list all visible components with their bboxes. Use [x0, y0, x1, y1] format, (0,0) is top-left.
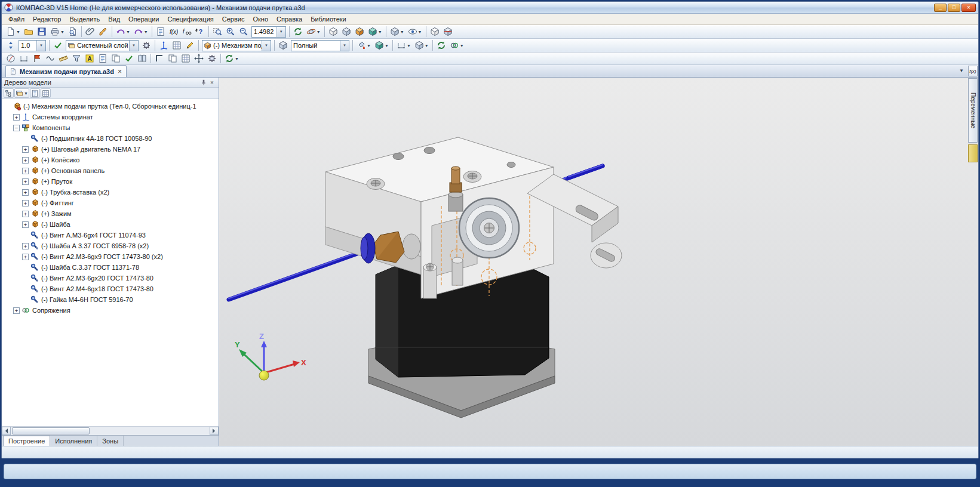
- reports-panel-button[interactable]: [110, 53, 122, 64]
- hidden-lines-mode-button[interactable]: [340, 26, 352, 38]
- expand-icon[interactable]: +: [22, 221, 29, 228]
- dropdown-arrow-icon[interactable]: ▼: [317, 30, 321, 34]
- specification-button[interactable]: [155, 26, 167, 38]
- section-display-button[interactable]: [442, 26, 454, 38]
- document-tab[interactable]: Механизм подачи прутка.a3d ×: [5, 65, 127, 77]
- shaded-mode-button[interactable]: [354, 26, 365, 38]
- menu-help[interactable]: Справка: [272, 14, 306, 24]
- tree-item[interactable]: (-) Подшипник 4А-18 ГОСТ 10058-90: [2, 133, 219, 144]
- copy-object-button[interactable]: [167, 53, 179, 64]
- tree-item[interactable]: +(+) Колёсико: [2, 155, 219, 165]
- menu-editor[interactable]: Редактор: [29, 14, 65, 24]
- measurements-panel-button[interactable]: [57, 53, 69, 64]
- tree-item[interactable]: (-) Винт А.М3-6gх4 ГОСТ 11074-93: [2, 230, 219, 241]
- dropdown-arrow-icon[interactable]: ▼: [385, 44, 389, 48]
- dropdown-arrow-icon[interactable]: ▼: [340, 41, 349, 51]
- dropdown-arrow-icon[interactable]: ▼: [407, 44, 411, 48]
- properties-tool-button[interactable]: [206, 53, 218, 64]
- menu-view[interactable]: Вид: [104, 14, 124, 24]
- shaded-with-edges-mode-button[interactable]: ▼: [367, 26, 383, 38]
- variables-button[interactable]: f(x): [168, 26, 180, 38]
- tree-item[interactable]: +(-) Шайба А 3.37 ГОСТ 6958-78 (x2): [2, 241, 219, 251]
- screw-head[interactable]: [463, 171, 481, 183]
- zoom-by-window-button[interactable]: [211, 26, 223, 38]
- current-step-combo[interactable]: 1.0▼: [19, 40, 46, 51]
- menu-operations[interactable]: Операции: [124, 14, 163, 24]
- layers-manager-button[interactable]: [140, 39, 152, 51]
- dropdown-arrow-icon[interactable]: ▼: [400, 30, 404, 34]
- open-document-button[interactable]: [23, 26, 35, 38]
- save-document-button[interactable]: [36, 26, 48, 38]
- zoom-out-button[interactable]: [238, 26, 250, 38]
- tree-item[interactable]: +(+) Зажим: [2, 208, 219, 219]
- bearing[interactable]: [459, 198, 519, 258]
- tree-item[interactable]: (-) Винт А2.М4-6gх18 ГОСТ 17473-80: [2, 283, 219, 294]
- left-fitting[interactable]: [361, 232, 420, 263]
- check-document-button[interactable]: [123, 53, 135, 64]
- tree-structure-view-button[interactable]: [4, 88, 14, 98]
- display-settings-button[interactable]: ▼: [355, 39, 372, 51]
- expand-icon[interactable]: +: [22, 254, 29, 260]
- geometry-panel-button[interactable]: [5, 53, 17, 64]
- redo-button[interactable]: ▼: [133, 26, 149, 38]
- dropdown-arrow-icon[interactable]: ▼: [425, 44, 429, 48]
- expand-icon[interactable]: +: [22, 243, 29, 249]
- tree-item[interactable]: +(+) Основная панель: [2, 165, 219, 176]
- tree-item[interactable]: +(+) Пруток: [2, 176, 219, 187]
- array-tool-button[interactable]: [180, 53, 192, 64]
- dropdown-arrow-icon[interactable]: ▼: [367, 44, 371, 48]
- scroll-left-button[interactable]: [2, 427, 11, 435]
- variables-panel-button[interactable]: f(x): [968, 66, 978, 76]
- tree-item[interactable]: +(-) Винт А2.М3-6gх9 ГОСТ 17473-80 (x2): [2, 251, 219, 262]
- wireframe-mode-button[interactable]: [327, 26, 339, 38]
- tab-zones[interactable]: Зоны: [97, 436, 124, 446]
- expand-icon[interactable]: +: [13, 307, 20, 314]
- undo-button[interactable]: ▼: [115, 26, 131, 38]
- scrollbar-track[interactable]: [11, 427, 210, 435]
- step-snap-button[interactable]: [5, 39, 17, 51]
- dropdown-arrow-icon[interactable]: ▼: [378, 30, 382, 34]
- variables-panel-tab[interactable]: Переменные: [968, 78, 978, 143]
- titlebar[interactable]: КОМПАС-3D V15 Home (Не для коммерческого…: [2, 2, 978, 14]
- relations-section-button[interactable]: [30, 88, 40, 98]
- rotate-model-button[interactable]: ▼: [305, 26, 322, 38]
- tree-item[interactable]: +(-) Трубка-вставка (x2): [2, 187, 219, 198]
- function-f00-button[interactable]: f: [181, 26, 193, 38]
- tree-horizontal-scrollbar[interactable]: [2, 426, 219, 435]
- rebuild-model-button[interactable]: [435, 39, 447, 51]
- detailing-mode-button[interactable]: [277, 39, 289, 51]
- expand-icon[interactable]: +: [22, 168, 29, 174]
- tree-item[interactable]: (-) Механизм подачи прутка (Тел-0, Сборо…: [2, 101, 219, 112]
- hide-objects-button[interactable]: ▼: [407, 26, 423, 38]
- insert-object-button[interactable]: [84, 26, 96, 38]
- edit-in-place-button[interactable]: [184, 39, 196, 51]
- minimize-button[interactable]: _: [934, 4, 947, 12]
- tree-settings-button[interactable]: [41, 88, 51, 98]
- expand-icon[interactable]: +: [13, 114, 20, 121]
- tree-item[interactable]: (-) Шайба С.3.37 ГОСТ 11371-78: [2, 262, 219, 273]
- current-zoom-combo[interactable]: 1.4982▼: [251, 26, 286, 38]
- scrollbar-thumb[interactable]: [12, 427, 90, 434]
- selection-filters-button[interactable]: [70, 53, 82, 64]
- maximize-button[interactable]: □: [948, 4, 960, 12]
- edited-component-combo[interactable]: (-) Механизм под▼: [202, 40, 271, 51]
- tab-construction[interactable]: Построение: [3, 436, 50, 446]
- tree-item[interactable]: −Компоненты: [2, 122, 219, 133]
- update-view-button[interactable]: ▼: [223, 53, 240, 64]
- libraries-panel-button[interactable]: [136, 53, 148, 64]
- tree-item[interactable]: (-) Гайка М4-6Н ГОСТ 5916-70: [2, 294, 219, 305]
- dropdown-arrow-icon[interactable]: ▼: [262, 41, 271, 51]
- pin-icon[interactable]: [199, 79, 208, 85]
- tab-versions[interactable]: Исполнения: [50, 436, 97, 446]
- close-button[interactable]: ×: [961, 4, 976, 12]
- current-layer-combo[interactable]: Системный слой▼: [66, 40, 139, 51]
- tree-item[interactable]: (-) Винт А2.М3-6gх20 ГОСТ 17473-80: [2, 273, 219, 283]
- tree-item[interactable]: +(-) Шайба: [2, 219, 219, 230]
- dimensions-3d-button[interactable]: ▼: [395, 39, 412, 51]
- mates-panel-button[interactable]: ▼: [448, 39, 465, 51]
- dropdown-arrow-icon[interactable]: ▼: [24, 91, 28, 95]
- menu-window[interactable]: Окно: [248, 14, 272, 24]
- dropdown-arrow-icon[interactable]: ▼: [277, 27, 285, 37]
- collapse-icon[interactable]: −: [13, 125, 20, 131]
- dropdown-arrow-icon[interactable]: ▼: [129, 41, 138, 51]
